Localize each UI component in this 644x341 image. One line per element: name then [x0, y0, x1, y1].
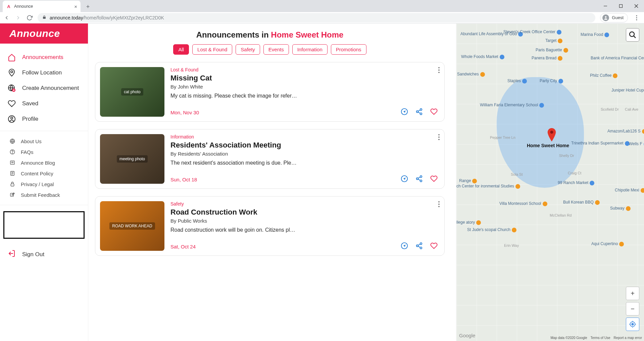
map-poi[interactable]: Wells F — [629, 141, 644, 147]
share-icon[interactable] — [415, 175, 423, 184]
map-zoom-in-button[interactable]: + — [626, 287, 639, 300]
map-poi[interactable]: Aqui Cupertino — [591, 241, 624, 246]
map-poi[interactable]: Bank of America Financial Center — [591, 56, 644, 61]
sidebar-item-saved[interactable]: Saved — [0, 96, 88, 111]
card-menu-button[interactable] — [438, 67, 440, 74]
map-poi[interactable]: Steven's Creek Office Center — [503, 30, 561, 35]
sidebar-link-faqs[interactable]: FAQs — [0, 147, 88, 157]
link-label: About Us — [21, 138, 42, 144]
map-poi[interactable]: Paris Baguette — [536, 48, 568, 53]
signout-button[interactable]: Sign Out — [0, 245, 88, 264]
avatar-icon — [602, 14, 609, 21]
map-road-label: Cali Ave — [625, 107, 638, 111]
map-poi[interactable]: Subway — [610, 206, 631, 211]
card-image: meeting photo — [100, 134, 164, 184]
announcement-card[interactable]: cat photoLost & FoundMissing CatBy John … — [95, 62, 445, 122]
map-poi[interactable]: ch Center for ironmental Studies — [456, 184, 520, 189]
heart-icon[interactable] — [430, 242, 438, 251]
nav-label: Announcements — [22, 54, 63, 61]
map-locate-button[interactable] — [626, 318, 639, 331]
heart-icon[interactable] — [430, 108, 438, 117]
card-menu-button[interactable] — [438, 201, 440, 209]
map-poi[interactable]: Amazon/Lab126 S — [607, 129, 644, 134]
window-maximize-button[interactable] — [613, 0, 629, 12]
map-attrib-link[interactable]: Map data ©2020 Google — [550, 336, 587, 340]
map-poi[interactable]: Panera Bread — [532, 56, 562, 61]
app-root: Announce AnnouncementsFollow LocationCre… — [0, 23, 644, 341]
sidebar-link-privacy-legal[interactable]: Privacy / Legal — [0, 179, 88, 189]
share-icon[interactable] — [415, 242, 423, 251]
send-icon[interactable] — [401, 242, 408, 251]
tab-bar: A Announce × + — [0, 0, 644, 12]
tab-close-icon[interactable]: × — [74, 4, 77, 9]
svg-point-5 — [636, 15, 637, 16]
filter-promotions[interactable]: Promotions — [331, 44, 366, 55]
map-poi[interactable]: Party City — [540, 78, 563, 83]
guest-profile-chip[interactable]: Guest — [600, 13, 628, 22]
svg-point-39 — [416, 178, 418, 180]
map-poi[interactable]: Juniper Hotel Cupertino, Curio… — [611, 88, 644, 93]
filter-safety[interactable]: Safety — [236, 44, 260, 55]
svg-point-7 — [636, 19, 637, 20]
send-icon[interactable] — [401, 175, 408, 184]
card-image: ROAD WORK AHEAD — [100, 201, 164, 251]
map-panel[interactable]: Abundant Life Assembly of GodSteven's Cr… — [456, 23, 644, 341]
map-poi[interactable]: llege atory — [456, 220, 481, 225]
filter-events[interactable]: Events — [263, 44, 289, 55]
map-pin-icon[interactable] — [547, 128, 556, 141]
svg-point-55 — [550, 131, 553, 134]
map-poi[interactable]: Staples — [507, 78, 527, 83]
card-menu-button[interactable] — [438, 134, 440, 141]
svg-line-51 — [418, 246, 420, 247]
card-body: SafetyRoad Construction WorkBy Public Wo… — [170, 201, 440, 251]
nav-label: Follow Location — [22, 69, 62, 76]
sidebar-link-about-us[interactable]: About Us — [0, 136, 88, 147]
map-attrib-link[interactable]: Terms of Use — [591, 336, 610, 340]
map-poi[interactable]: Whole Foods Market — [461, 54, 504, 59]
map-poi[interactable]: Range — [459, 178, 477, 183]
back-button[interactable] — [3, 14, 10, 21]
announcement-card[interactable]: ROAD WORK AHEADSafetyRoad Construction W… — [95, 196, 445, 256]
new-tab-button[interactable]: + — [83, 2, 93, 11]
sidebar-item-create-announcement[interactable]: Create Announcement — [0, 80, 88, 96]
map-poi[interactable]: Villa Montessori School — [499, 201, 547, 206]
browser-tab[interactable]: A Announce × — [3, 1, 81, 12]
share-icon[interactable] — [415, 108, 423, 117]
map-poi[interactable]: Chipotle Mexi — [615, 188, 644, 193]
sidebar-link-content-policy[interactable]: Content Policy — [0, 168, 88, 179]
filter-all[interactable]: All — [173, 44, 189, 55]
sidebar-item-profile[interactable]: Profile — [0, 111, 88, 127]
svg-point-14 — [11, 117, 13, 119]
send-icon[interactable] — [401, 108, 408, 117]
browser-menu-button[interactable] — [633, 15, 641, 20]
map-search-button[interactable] — [626, 28, 639, 42]
map-poi[interactable]: Bull Korean BBQ — [563, 200, 600, 205]
map-zoom-out-button[interactable]: − — [626, 302, 639, 316]
window-close-button[interactable] — [629, 0, 644, 12]
filter-lost-found[interactable]: Lost & Found — [192, 44, 232, 55]
map-poi[interactable]: St Jude's scopal Church — [467, 227, 516, 232]
reload-button[interactable] — [26, 14, 33, 21]
map-poi[interactable]: Marina Food — [581, 32, 609, 37]
sidebar-item-follow-location[interactable]: Follow Location — [0, 65, 88, 80]
window-minimize-button[interactable] — [598, 0, 613, 12]
map-poi[interactable]: Sandwiches — [457, 72, 485, 77]
sidebar-link-announce-blog[interactable]: Announce Blog — [0, 157, 88, 168]
map-poi[interactable]: Philz Coffee — [590, 73, 617, 78]
url-text: announce.today/home/follow/yKjeMXtZpr2ey… — [50, 15, 164, 20]
map-poi[interactable]: Target — [545, 38, 562, 43]
map-poi[interactable]: 99 Ranch Market — [558, 180, 594, 185]
map-poi[interactable]: William Faria Elementary School — [480, 103, 544, 108]
svg-line-57 — [634, 36, 636, 38]
address-bar[interactable]: announce.today/home/follow/yKjeMXtZpr2ey… — [38, 13, 595, 22]
forward-button[interactable] — [15, 14, 21, 21]
heart-icon[interactable] — [430, 175, 438, 184]
svg-point-54 — [438, 206, 440, 207]
announcement-card[interactable]: meeting photoInformationResidents' Assoc… — [95, 129, 445, 189]
map-poi[interactable]: Trinethra Indian Supermarket — [571, 141, 630, 146]
map-attrib-link[interactable]: Report a map error — [614, 336, 642, 340]
filter-information[interactable]: Information — [292, 44, 328, 55]
app-logo[interactable]: Announce — [0, 23, 88, 44]
sidebar-item-announcements[interactable]: Announcements — [0, 50, 88, 65]
sidebar-link-submit-feedback[interactable]: Submit Feedback — [0, 189, 88, 200]
